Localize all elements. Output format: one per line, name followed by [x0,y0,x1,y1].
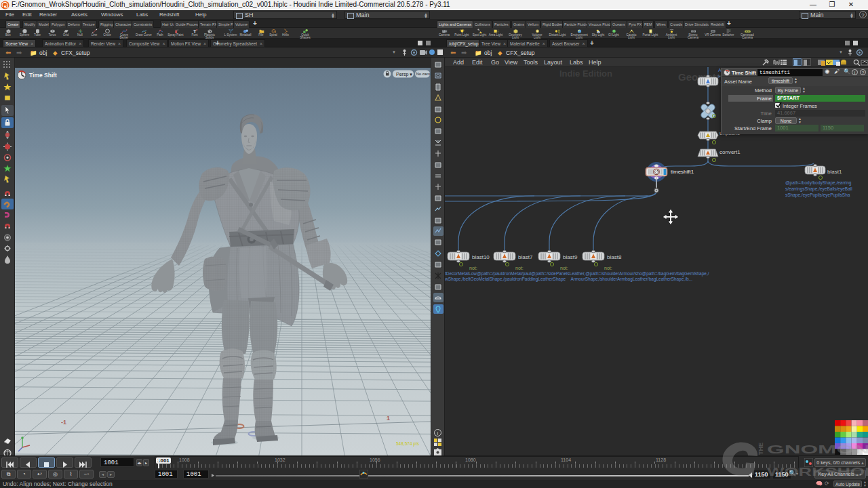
svg-text:1: 1 [387,415,390,422]
svg-text:convert1: convert1 [719,149,741,155]
svg-text:blast9: blast9 [563,254,578,260]
svg-text:sShape,/eyePupils/eyePupilsSha: sShape,/eyePupils/eyePupilsSha [785,192,850,198]
svg-text:Indie Edition: Indie Edition [559,68,612,79]
svg-text:blast7: blast7 [518,254,533,260]
svg-text:not:: not: [604,266,612,270]
svg-text:Time Shift: Time Shift [29,72,57,79]
svg-text:blast10: blast10 [472,254,490,260]
svg-text:blast1: blast1 [827,169,842,175]
svg-text:not:: not: [469,266,477,270]
svg-text:s/earringsShape,/eyeBalls/eyeB: s/earringsShape,/eyeBalls/eyeBall [785,186,852,192]
svg-text:blast8: blast8 [607,254,622,260]
svg-text:-1: -1 [61,419,66,426]
svg-text:wShape,/beltGeoMetalShape,/pau: wShape,/beltGeoMetalShape,/pauldronPaddi… [445,277,692,282]
svg-text:not:: not: [560,266,568,270]
svg-text:548,574 pts: 548,574 pts [396,441,420,447]
svg-text:Persp ▾: Persp ▾ [396,72,412,77]
svg-text:timeshift1: timeshift1 [671,169,694,175]
svg-text:not:: not: [515,266,524,270]
svg-text:@path=/body/bodyShape,/earring: @path=/body/bodyShape,/earring [785,180,852,186]
svg-text:No cam ▾: No cam ▾ [416,72,431,76]
svg-text:tDecorMetalLow@path=/pauldronM: tDecorMetalLow@path=/pauldronMetal/paul@… [445,271,709,277]
